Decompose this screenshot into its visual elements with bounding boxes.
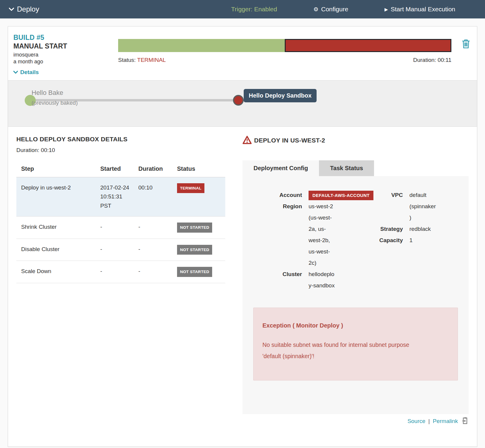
configure-button[interactable]: ⚙ Configure — [313, 6, 348, 13]
status-badge: NOT STARTED — [177, 245, 212, 255]
stage-details-title: HELLO DEPLOY SANDBOX DETAILS — [16, 136, 225, 143]
table-row[interactable]: Disable Cluster - - NOT STARTED — [16, 239, 225, 261]
status-value: TERMINAL — [137, 57, 166, 63]
column-header-started: Started — [100, 163, 138, 177]
chevron-down-icon — [9, 8, 14, 11]
execution-status: Status: TERMINAL — [118, 57, 166, 63]
build-type: MANUAL START — [13, 42, 118, 50]
column-header-status: Status — [177, 163, 225, 177]
table-row[interactable]: Shrink Cluster - - NOT STARTED — [16, 216, 225, 239]
exception-message: No suitable subnet was found for interna… — [262, 339, 429, 362]
tab-deployment-config[interactable]: Deployment Config — [242, 160, 319, 176]
build-age: a month ago — [13, 58, 118, 65]
stage-label-hello-bake[interactable]: Hello Bake (previously baked) — [32, 89, 78, 106]
capacity-label: Capacity — [364, 235, 403, 246]
stage-details-column: HELLO DEPLOY SANDBOX DETAILS Duration: 0… — [16, 136, 225, 426]
capacity-value: 1 — [409, 235, 438, 246]
trash-icon — [461, 45, 470, 50]
account-label: Account — [251, 189, 302, 201]
vpc-label: VPC — [364, 189, 403, 201]
status-badge: NOT STARTED — [177, 267, 212, 277]
stage-label-hello-deploy-sandbox[interactable]: Hello Deploy Sandbox — [244, 89, 317, 102]
region-value: us-west-2 (us-west-2a, us-west-2b, us-we… — [309, 201, 337, 269]
exception-title: Exception ( Monitor Deploy ) — [262, 322, 449, 329]
stage-panel-footer: Source | Permalink — [242, 417, 469, 426]
details-region: HELLO DEPLOY SANDBOX DETAILS Duration: 0… — [8, 127, 477, 447]
execution-card: BUILD #5 MANUAL START imosquera a month … — [8, 26, 477, 447]
permalink-link[interactable]: Permalink — [433, 418, 458, 424]
stage-node-hello-deploy-sandbox[interactable] — [233, 95, 244, 106]
build-user: imosquera — [13, 51, 118, 58]
stage-panel-column: DEPLOY IN US-WEST-2 Deployment Config Ta… — [242, 136, 469, 426]
cluster-value: hellodeploy-sandbox — [309, 269, 337, 291]
strategy-label: Strategy — [364, 223, 403, 235]
status-badge: TERMINAL — [177, 183, 204, 193]
copy-permalink-button[interactable] — [462, 417, 469, 426]
stage-tabs: Deployment Config Task Status — [242, 160, 469, 176]
details-toggle[interactable]: Details — [13, 69, 118, 76]
pipeline-graph: Hello Bake (previously baked) Hello Depl… — [8, 80, 477, 127]
pipeline-title: Deploy — [17, 5, 39, 13]
pipeline-title-toggle[interactable]: Deploy — [9, 5, 39, 13]
steps-table: Step Started Duration Status Deploy in u… — [16, 163, 225, 283]
stage-panel-title: DEPLOY IN US-WEST-2 — [254, 137, 325, 144]
table-row[interactable]: Scale Down - - NOT STARTED — [16, 261, 225, 283]
execution-header: BUILD #5 MANUAL START imosquera a month … — [8, 26, 477, 80]
source-link[interactable]: Source — [407, 418, 425, 424]
delete-execution-button[interactable] — [461, 39, 470, 76]
table-row[interactable]: Deploy in us-west-2 2017-02-24 10:51:31 … — [16, 177, 225, 216]
column-header-duration: Duration — [138, 163, 177, 177]
status-badge: NOT STARTED — [177, 223, 212, 233]
column-header-step: Step — [16, 163, 100, 177]
exception-box: Exception ( Monitor Deploy ) No suitable… — [253, 308, 458, 380]
progress-failed-segment[interactable] — [285, 39, 451, 52]
cluster-label: Cluster — [251, 269, 302, 280]
build-number: BUILD #5 — [13, 34, 118, 42]
stage-duration: Duration: 00:10 — [16, 147, 225, 153]
clipboard-icon — [462, 417, 469, 426]
trigger-status: Trigger: Enabled — [231, 6, 277, 13]
warning-icon — [242, 136, 252, 145]
deployment-config-panel: Account DEFAULT-AWS-ACCOUNT Region us-we… — [242, 176, 469, 414]
execution-duration: Duration: 00:11 — [413, 57, 451, 63]
vpc-value: default (spinnaker) — [409, 189, 438, 223]
play-icon: ▶ — [384, 7, 388, 12]
execution-progress-bar — [118, 39, 451, 52]
gear-icon: ⚙ — [313, 7, 318, 12]
account-badge: DEFAULT-AWS-ACCOUNT — [309, 191, 373, 200]
progress-success-segment[interactable] — [118, 39, 285, 52]
strategy-value: redblack — [409, 223, 438, 235]
region-label: Region — [251, 201, 302, 212]
start-manual-execution-button[interactable]: ▶ Start Manual Execution — [384, 6, 455, 13]
pipeline-navbar: Deploy Trigger: Enabled ⚙ Configure ▶ St… — [0, 0, 485, 18]
chevron-down-icon — [13, 71, 18, 74]
tab-task-status[interactable]: Task Status — [319, 160, 374, 176]
